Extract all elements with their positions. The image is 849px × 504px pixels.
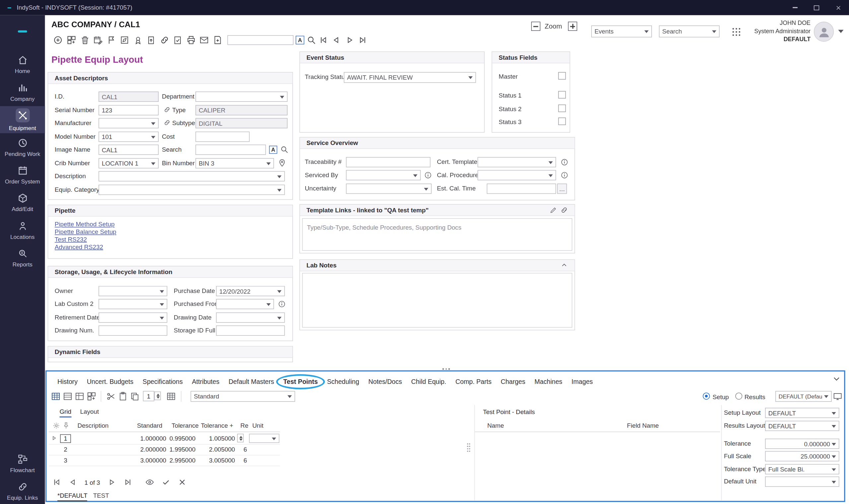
pager-last-button[interactable] [123,478,133,487]
row-number[interactable]: 3 [60,455,71,466]
card-view-icon[interactable] [75,392,84,401]
cell-re[interactable]: 6 [240,455,250,466]
default-unit-combo[interactable] [765,476,839,487]
lab-notes-body[interactable] [302,273,572,328]
tolerance-type-combo[interactable]: Full Scale Bi. [765,464,839,474]
pager-next-button[interactable] [107,478,116,487]
cell-re[interactable]: 6 [240,444,250,455]
id-input[interactable] [98,92,159,102]
next-record-button[interactable] [345,35,355,45]
info-icon[interactable] [424,171,432,179]
sidebar-item-order-system[interactable]: Order System [0,161,45,188]
status2-checkbox[interactable] [558,105,566,112]
link-icon[interactable] [164,119,170,126]
pipette-method-setup-link[interactable]: Pipette Method Setup [55,221,115,228]
details-col-field-name[interactable]: Field Name [627,420,659,432]
image-auto-button[interactable]: A [269,146,277,154]
cost-input[interactable] [195,132,250,142]
zoom-out-button[interactable] [531,22,540,31]
results-layout-combo[interactable]: DEFAULT [765,421,839,431]
accept-button[interactable] [161,478,170,487]
apps-grid-icon[interactable] [731,26,742,37]
sidebar-item-pending-work[interactable]: Pending Work [0,134,45,161]
delete-icon[interactable] [80,35,90,45]
events-dropdown[interactable]: Events [591,25,652,37]
default-layout-combo[interactable]: DEFAULT (Default) [775,391,832,402]
tab-uncert-budgets[interactable]: Uncert. Budgets [87,378,133,385]
test-rs232-link[interactable]: Test RS232 [55,236,87,243]
maximize-button[interactable] [806,0,827,15]
sidebar-item-add-edit[interactable]: Add/Edit [0,189,45,216]
zoom-in-button[interactable] [568,22,577,31]
setup-layout-combo[interactable]: DEFAULT [765,408,839,418]
grid-layout-combo[interactable]: Standard [191,391,295,402]
uncertainty-combo[interactable] [346,183,432,194]
col-description[interactable]: Description [77,420,108,432]
details-col-name[interactable]: Name [487,420,504,432]
info-icon[interactable] [278,300,286,308]
new-view-icon[interactable] [87,392,96,401]
full-scale-combo[interactable]: 25.000000 [765,451,839,461]
tracking-status-combo[interactable]: AWAIT. FINAL REVIEW [344,72,476,83]
tolerance-combo[interactable]: 0.000000 [765,439,839,449]
purchase-date-combo[interactable]: 12/20/2022 [216,286,285,296]
tab-machines[interactable]: Machines [535,378,562,385]
tab-notes-docs[interactable]: Notes/Docs [368,378,402,385]
cert-template-combo[interactable] [477,157,556,167]
certification-icon[interactable] [133,35,143,45]
grid-subtab[interactable]: Grid [60,409,71,418]
avatar[interactable] [814,22,834,41]
stepper-arrows-icon[interactable] [154,392,161,400]
sheet-tab-default[interactable]: *DEFAULT [57,492,87,501]
first-record-button[interactable] [319,35,328,45]
add-record-icon[interactable] [53,35,63,45]
advanced-rs232-link[interactable]: Advanced RS232 [55,244,103,250]
purchased-from-combo[interactable] [216,299,274,309]
print-icon[interactable] [186,35,196,45]
splitter-handle[interactable] [466,442,471,454]
sidebar-item-reports[interactable]: Reports [0,244,45,271]
info-icon[interactable] [560,171,568,179]
tab-attributes[interactable]: Attributes [192,378,219,385]
cell-tolerance-plus[interactable]: 3.005000 [193,455,235,466]
tab-scheduling[interactable]: Scheduling [327,378,359,385]
tab-history[interactable]: History [57,378,78,385]
tab-charges[interactable]: Charges [501,378,525,385]
department-combo[interactable] [195,92,287,102]
col-standard[interactable]: Standard [137,420,162,432]
auto-search-button[interactable]: A [295,36,304,44]
row-number[interactable]: 2 [60,444,71,455]
location-pin-icon[interactable] [278,159,286,167]
upload-doc-icon[interactable] [146,35,156,45]
results-radio[interactable] [735,393,742,399]
panel-collapse-chevron-icon[interactable] [832,374,842,383]
drawing-num-input[interactable] [98,325,167,336]
cell-unit-combo[interactable] [249,434,279,443]
image-name-input[interactable] [98,145,159,155]
setup-radio[interactable] [703,393,710,399]
cal-procedure-combo[interactable] [477,170,556,180]
preview-eye-button[interactable] [145,478,154,487]
add-note-icon[interactable] [213,35,222,45]
col-tolerance[interactable]: Tolerance [171,420,198,432]
col-unit[interactable]: Unit [252,420,264,432]
minimize-button[interactable] [784,0,806,15]
bin-combo[interactable]: BIN 3 [195,158,274,168]
tab-specifications[interactable]: Specifications [143,378,183,385]
sidebar-item-locations[interactable]: Locations [0,217,45,244]
edit-layout-icon[interactable] [120,35,129,45]
layout-monitor-icon[interactable] [833,392,842,401]
pager-prev-button[interactable] [68,478,78,487]
row-number[interactable]: 1 [60,434,71,443]
tab-child-equip[interactable]: Child Equip. [411,378,446,385]
manufacturer-combo[interactable] [98,118,159,128]
est-cal-time-input[interactable] [487,183,556,194]
email-icon[interactable] [199,35,209,45]
cell-tolerance[interactable]: 2.995000 [158,455,195,466]
sidebar-item-company[interactable]: Company [0,79,45,106]
cell-tolerance[interactable]: 1.995000 [158,444,195,455]
layout-subtab[interactable]: Layout [80,409,99,416]
crib-combo[interactable]: LOCATION 1 [98,158,159,168]
link-icon[interactable] [560,206,568,214]
bookmark-icon[interactable] [107,35,116,45]
